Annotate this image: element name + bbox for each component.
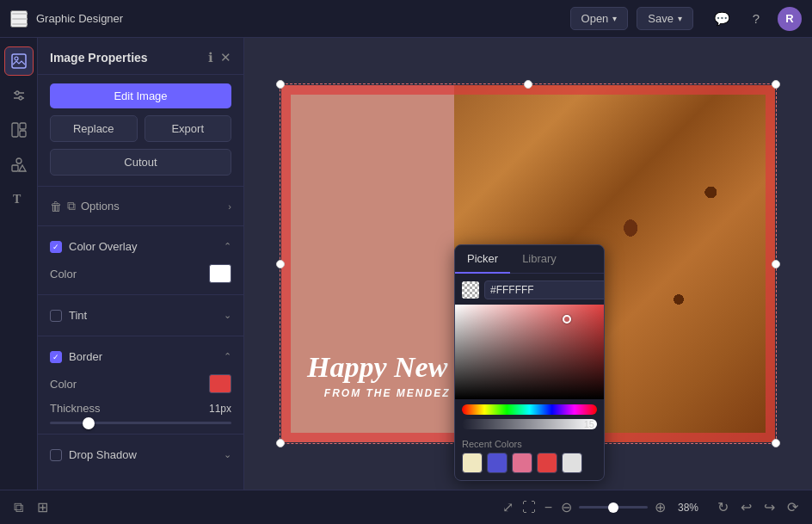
recent-swatch-1[interactable] bbox=[462, 453, 483, 473]
drop-shadow-section[interactable]: Drop Shadow ⌄ bbox=[38, 441, 243, 468]
save-button[interactable]: Save ▾ bbox=[637, 7, 693, 30]
cutout-button[interactable]: Cutout bbox=[50, 149, 231, 176]
options-row[interactable]: 🗑 ⧉ Options › bbox=[38, 194, 243, 219]
sidebar-image-btn[interactable] bbox=[4, 46, 34, 76]
info-icon[interactable]: ℹ bbox=[208, 50, 213, 65]
handle-ml[interactable] bbox=[276, 260, 285, 268]
svg-text:T: T bbox=[13, 193, 22, 206]
svg-point-4 bbox=[15, 91, 19, 95]
border-section[interactable]: Border ⌃ bbox=[38, 343, 243, 370]
thickness-row: Thickness 11px bbox=[38, 398, 243, 419]
gradient-inner bbox=[455, 305, 604, 399]
svg-rect-8 bbox=[20, 131, 26, 137]
topbar: Graphic Designer Open ▾ Save ▾ 💬 ? R bbox=[0, 0, 812, 38]
handle-br[interactable] bbox=[772, 439, 780, 447]
redo-icon[interactable]: ↪ bbox=[760, 496, 778, 519]
divider-1 bbox=[38, 186, 243, 187]
copy-icon: ⧉ bbox=[67, 199, 76, 213]
svg-point-9 bbox=[16, 158, 22, 163]
handle-tl[interactable] bbox=[276, 80, 285, 89]
color-picker-popup: Picker Library 🔗 ⊞ ✓ 15 Recent C bbox=[454, 244, 605, 481]
sidebar-adjust-btn[interactable] bbox=[4, 81, 34, 110]
tint-checkbox[interactable] bbox=[50, 310, 62, 322]
svg-point-5 bbox=[19, 96, 22, 100]
undo-icon[interactable]: ↩ bbox=[737, 496, 755, 519]
svg-rect-6 bbox=[12, 123, 18, 137]
sidebar-layout-btn[interactable] bbox=[4, 115, 34, 145]
save-chevron-icon: ▾ bbox=[678, 14, 682, 23]
drop-shadow-checkbox[interactable] bbox=[50, 449, 62, 461]
recent-swatch-3[interactable] bbox=[512, 453, 532, 473]
chat-icon[interactable]: 💬 bbox=[709, 6, 735, 32]
zoom-out-icon[interactable]: − bbox=[543, 498, 554, 517]
avatar[interactable]: R bbox=[778, 7, 802, 31]
color-overlay-color-row: Color bbox=[38, 260, 243, 287]
zoom-percent: 38% bbox=[673, 502, 698, 514]
picker-hex-row: 🔗 ⊞ ✓ bbox=[455, 274, 604, 305]
svg-rect-10 bbox=[12, 165, 18, 171]
bottom-left: ⧉ ⊞ bbox=[10, 496, 52, 519]
color-overlay-swatch[interactable] bbox=[209, 264, 231, 283]
svg-rect-7 bbox=[20, 123, 26, 129]
border-color-swatch[interactable] bbox=[209, 374, 231, 393]
divider-2 bbox=[38, 225, 243, 226]
color-gradient-area[interactable] bbox=[455, 305, 604, 399]
checker-icon bbox=[462, 281, 479, 299]
handle-mr[interactable] bbox=[772, 260, 780, 268]
sidebar-elements-btn[interactable] bbox=[4, 150, 34, 179]
handle-tr[interactable] bbox=[772, 80, 780, 89]
recent-swatch-4[interactable] bbox=[537, 453, 557, 473]
open-button[interactable]: Open ▾ bbox=[570, 7, 629, 30]
tint-section[interactable]: Tint ⌄ bbox=[38, 302, 243, 329]
canvas-area[interactable]: Happy New Year! FROM THE MENDEZ FAMILY P… bbox=[244, 38, 812, 490]
zoom-plus-icon[interactable]: ⊕ bbox=[653, 497, 667, 517]
thickness-slider[interactable] bbox=[50, 422, 231, 424]
crop-icon[interactable]: ⛶ bbox=[520, 498, 538, 517]
close-icon[interactable]: ✕ bbox=[220, 50, 231, 65]
picker-tabs: Picker Library bbox=[455, 245, 604, 274]
opacity-bar[interactable]: 15 bbox=[462, 419, 597, 429]
tab-picker[interactable]: Picker bbox=[455, 245, 510, 274]
opacity-value: 15 bbox=[584, 419, 597, 429]
divider-5 bbox=[38, 434, 243, 435]
color-overlay-checkbox[interactable] bbox=[50, 241, 62, 253]
border-color-row: Color bbox=[38, 370, 243, 398]
thickness-slider-thumb bbox=[83, 417, 95, 429]
tint-chevron-icon: ⌄ bbox=[224, 310, 231, 321]
bottom-center: ⤢ ⛶ − ⊖ ⊕ 38% bbox=[501, 497, 698, 517]
layers-icon[interactable]: ⧉ bbox=[10, 496, 27, 519]
help-icon[interactable]: ? bbox=[743, 6, 769, 32]
color-overlay-section[interactable]: Color Overlay ⌃ bbox=[38, 233, 243, 260]
export-button[interactable]: Export bbox=[145, 115, 232, 142]
border-checkbox[interactable] bbox=[50, 351, 62, 363]
panel-header: Image Properties ℹ ✕ bbox=[38, 38, 243, 75]
topbar-icons: 💬 ? R bbox=[709, 6, 802, 32]
sidebar-text-btn[interactable]: T bbox=[4, 184, 34, 213]
menu-icon[interactable] bbox=[10, 10, 28, 28]
hex-input[interactable] bbox=[484, 280, 605, 299]
handle-bl[interactable] bbox=[276, 439, 285, 447]
thickness-slider-container[interactable] bbox=[38, 419, 243, 427]
color-label-overlay: Color bbox=[50, 268, 202, 280]
zoom-slider-thumb bbox=[608, 502, 618, 513]
color-overlay-chevron-icon: ⌃ bbox=[224, 241, 231, 252]
edit-image-button[interactable]: Edit Image bbox=[50, 83, 231, 108]
handle-tc[interactable] bbox=[524, 80, 532, 89]
zoom-minus-circle-icon[interactable]: ⊖ bbox=[559, 497, 574, 517]
fit-screen-icon[interactable]: ⤢ bbox=[501, 497, 515, 517]
hue-bar[interactable] bbox=[462, 404, 597, 415]
grid-view-icon[interactable]: ⊞ bbox=[34, 496, 52, 519]
replace-button[interactable]: Replace bbox=[50, 115, 138, 142]
recent-swatch-5[interactable] bbox=[562, 453, 582, 473]
zoom-slider[interactable] bbox=[579, 506, 648, 509]
recent-swatch-2[interactable] bbox=[487, 453, 508, 473]
divider-4 bbox=[38, 336, 243, 336]
color-label-border: Color bbox=[50, 378, 202, 391]
history-icon[interactable]: ⟳ bbox=[784, 496, 802, 519]
drop-shadow-chevron-icon: ⌄ bbox=[224, 449, 231, 460]
app-title: Graphic Designer bbox=[36, 12, 123, 25]
gradient-thumb[interactable] bbox=[563, 315, 571, 324]
tab-library[interactable]: Library bbox=[510, 245, 569, 273]
rotate-cw-icon[interactable]: ↻ bbox=[714, 496, 732, 519]
options-label: Options bbox=[81, 200, 223, 213]
